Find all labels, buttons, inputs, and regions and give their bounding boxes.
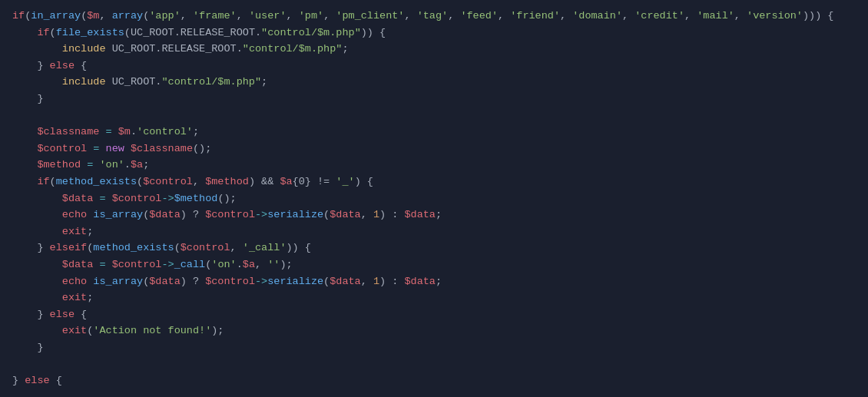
code-line: $control = new $classname(); <box>0 141 868 157</box>
code-line <box>0 108 868 124</box>
code-line: } elseif(method_exists($control, '_call'… <box>0 240 868 256</box>
code-line: $data = $control->$method(); <box>0 190 868 207</box>
code-line: include UC_ROOT."control/$m.php"; <box>0 74 868 91</box>
code-line <box>0 389 868 397</box>
code-line: } else { <box>0 58 868 74</box>
code-line: exit; <box>0 289 868 306</box>
code-editor: if(in_array($m, array('app', 'frame', 'u… <box>0 0 868 397</box>
code-line: echo is_array($data) ? $control->seriali… <box>0 273 868 290</box>
code-line: exit; <box>0 223 868 240</box>
code-line: $data = $control->_call('on'.$a, ''); <box>0 256 868 273</box>
code-line: if(in_array($m, array('app', 'frame', 'u… <box>0 8 868 25</box>
code-line: if(file_exists(UC_ROOT.RELEASE_ROOT."con… <box>0 25 868 41</box>
code-line: if(method_exists($control, $method) && $… <box>0 174 868 190</box>
code-line: } else { <box>0 372 868 389</box>
code-line <box>0 356 868 372</box>
code-line: exit('Action not found!'); <box>0 323 868 339</box>
code-line: } <box>0 91 868 108</box>
code-line: $method = 'on'.$a; <box>0 157 868 174</box>
code-line: } <box>0 339 868 356</box>
code-line: $classname = $m.'control'; <box>0 124 868 141</box>
code-line: include UC_ROOT.RELEASE_ROOT."control/$m… <box>0 41 868 58</box>
code-line: } else { <box>0 306 868 323</box>
code-line: echo is_array($data) ? $control->seriali… <box>0 207 868 223</box>
